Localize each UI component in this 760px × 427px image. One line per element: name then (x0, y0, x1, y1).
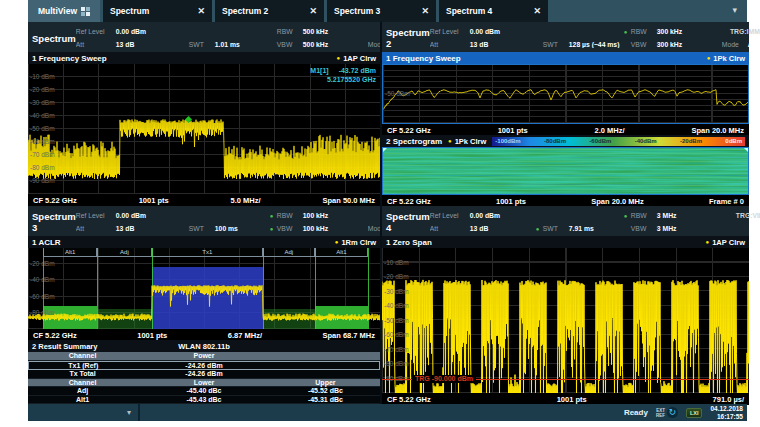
swt-field[interactable]: SWT100 ms (182, 225, 270, 232)
y-axis-label: -80 dBm (384, 360, 409, 367)
status-dropdown[interactable]: ▾ (28, 404, 140, 421)
tab-spectrum[interactable]: Spectrum ✕ (103, 0, 212, 22)
att-field[interactable]: Att13 dB (430, 225, 536, 232)
table-row: Tx Total-24.26 dBm (28, 370, 380, 379)
plot-frequency-sweep-1[interactable]: -90 dBm-80 dBm-70 dBm-60 dBm-50 dBm-40 d… (28, 64, 380, 194)
swt-field[interactable]: ●SWT7.91 ms (536, 225, 624, 232)
tab-spectrum-3[interactable]: Spectrum 3 ✕ (327, 0, 436, 22)
colorbar-label: -40dBm (635, 138, 657, 144)
close-icon[interactable]: ✕ (309, 6, 317, 16)
trigger-flag: TRG:VID (722, 212, 760, 219)
table-cell: Channel (28, 379, 137, 386)
multiview-label: MultiView (38, 6, 77, 16)
datetime: 04.12.201816:17:55 (710, 405, 743, 421)
coupled-dot: ● (270, 213, 277, 219)
att-field[interactable]: Att13 dB (430, 41, 536, 48)
window-title: 1 Zero Span (386, 238, 432, 247)
panel-spectrum-1[interactable]: Spectrum Ref Level0.00 dBm RBW500 kHz SG… (28, 22, 380, 206)
table-cell: -45.43 dBc (137, 396, 271, 403)
points-value: 1001 pts (137, 331, 167, 340)
window-title-frequency-sweep[interactable]: 1 Frequency Sweep ●1AP Clrw (28, 52, 380, 64)
rbw-field[interactable]: ●RBW300 kHz (624, 28, 722, 35)
chevron-down-icon[interactable]: ▾ (732, 5, 737, 15)
panel-spectrum-2[interactable]: Spectrum 2 Ref Level0.00 dBm ●RBW300 kHz… (380, 22, 749, 206)
window-title: 1 Frequency Sweep (386, 54, 461, 63)
y-axis-label: -50 dBm (385, 90, 410, 97)
y-axis-label: -30 dBm (30, 99, 55, 106)
close-icon[interactable]: ✕ (421, 6, 429, 16)
vbw-field[interactable]: VBW300 kHz (624, 41, 722, 48)
tab-multiview[interactable]: MultiView (28, 0, 100, 22)
spectrogram-noise-texture (383, 148, 748, 194)
tab-spectrum-2[interactable]: Spectrum 2 ✕ (215, 0, 324, 22)
ref-level-field[interactable]: Ref Level0.00 dBm (430, 212, 536, 219)
tab-label: Spectrum 2 (222, 6, 268, 16)
trace-dot-icon: ● (706, 239, 710, 245)
table-header-row: ChannelPower (28, 352, 380, 361)
window-title-zero-span[interactable]: 1 Zero Span ●1AP Clrw (382, 236, 749, 248)
ref-level-field[interactable]: Ref Level0.00 dBm (430, 28, 536, 35)
window-title-spectrogram[interactable]: 2 Spectrogram ●1Pk Clrw -100dBm-80dBm-60… (382, 135, 749, 147)
y-axis-label: -70 dBm (30, 151, 55, 158)
y-axis-label: -60 dBm (384, 331, 409, 338)
spectrogram-view[interactable] (382, 147, 749, 195)
y-axis-label: -20 dBm (30, 86, 55, 93)
status-bar: ▾ Ready EXTREF ↻ LXI 04.12.201816:17:55 (28, 404, 747, 421)
close-icon[interactable]: ✕ (533, 6, 541, 16)
panel-name[interactable]: Spectrum 2 (386, 24, 430, 52)
plot-zero-span[interactable]: -90 dBm-80 dBm-70 dBm-60 dBm-50 dBm-40 d… (382, 248, 749, 393)
table-cell: Channel (28, 352, 137, 359)
y-axis-label: -30 dBm (384, 288, 409, 295)
header-spectrum-4: Spectrum 4 Ref Level0.00 dBm ●RBW3 MHz T… (382, 206, 749, 236)
table-cell: Alt1 (28, 396, 137, 403)
y-axis-label: -80 dBm (30, 164, 55, 171)
y-axis-label: -10 dBm (30, 73, 55, 80)
span-value: Span 68.7 MHz (322, 331, 375, 340)
spectrogram-colorbar: -100dBm-80dBm-60dBm-40dBm-20dBm0dBm (492, 137, 745, 146)
marker-name: M1[1] (310, 66, 328, 75)
window-title-aclr[interactable]: 1 ACLR ●1Rm Clrw (28, 236, 380, 248)
ref-level-field[interactable]: Ref Level0.00 dBm (76, 28, 182, 35)
panel-name[interactable]: Spectrum (32, 24, 76, 52)
vbw-field[interactable]: ●VBW100 kHz (270, 225, 368, 232)
table-cell: Tx Total (28, 370, 137, 377)
panel-spectrum-4[interactable]: Spectrum 4 Ref Level0.00 dBm ●RBW3 MHz T… (380, 206, 749, 404)
table-row: Tx1 (Ref)-24.26 dBm (28, 361, 380, 371)
panel-spectrum-3[interactable]: Spectrum 3 Ref Level0.00 dBm ●RBW100 kHz… (28, 206, 380, 404)
result-table: ChannelPowerTx1 (Ref)-24.26 dBmTx Total-… (28, 352, 380, 404)
header-spectrum-1: Spectrum Ref Level0.00 dBm RBW500 kHz SG… (28, 22, 380, 52)
points-value: 1001 pts (139, 196, 169, 205)
tab-spectrum-4[interactable]: Spectrum 4 ✕ (439, 0, 548, 22)
att-field[interactable]: Att13 dB (76, 225, 182, 232)
mode-field[interactable]: ModeAuto FFT (722, 41, 760, 48)
y-axis-label: -40 dBm (384, 302, 409, 309)
rbw-field[interactable]: ●RBW100 kHz (270, 212, 368, 219)
y-axis-label: -90 dBm (384, 375, 409, 382)
window-title-result-summary[interactable]: 2 Result Summary WLAN 802.11b (28, 340, 380, 352)
coupled-dot: ● (624, 29, 631, 35)
trace-legend: ●1AP Clrw (706, 238, 745, 247)
colorbar-label: -80dBm (544, 138, 566, 144)
att-field[interactable]: Att13 dB (76, 41, 182, 48)
vbw-field[interactable]: VBW3 MHz (624, 225, 722, 232)
panel-name[interactable]: Spectrum 4 (386, 208, 430, 236)
swt-field[interactable]: SWT128 µs (~44 ms) (536, 41, 624, 48)
table-cell: Tx1 (Ref) (29, 362, 138, 369)
ref-level-field[interactable]: Ref Level0.00 dBm (76, 212, 182, 219)
y-axis-label: -70 dBm (384, 346, 409, 353)
lxi-badge: LXI (686, 408, 703, 418)
per-div-value: 2.0 MHz/ (595, 126, 625, 135)
table-cell: Adj (28, 387, 137, 394)
y-axis-label: -10 dBm (384, 259, 409, 266)
window-title-frequency-sweep-2[interactable]: 1 Frequency Sweep ●1Pk Clrw (382, 52, 749, 64)
vbw-field[interactable]: VBW500 kHz (270, 41, 368, 48)
rbw-field[interactable]: ●RBW3 MHz (624, 212, 722, 219)
panel-name[interactable]: Spectrum 3 (32, 208, 76, 236)
plot-aclr[interactable]: -80 dBm-60 dBm-40 dBm-20 dBm Alt1AdjTx1A… (28, 248, 380, 329)
close-icon[interactable]: ✕ (197, 6, 205, 16)
trace-dot-icon: ● (335, 239, 339, 245)
plot-frequency-sweep-2[interactable]: -50 dBm (382, 64, 749, 124)
rbw-field[interactable]: RBW500 kHz (270, 28, 368, 35)
trace-dot-icon: ● (337, 55, 341, 61)
swt-field[interactable]: SWT1.01 ms (182, 41, 270, 48)
